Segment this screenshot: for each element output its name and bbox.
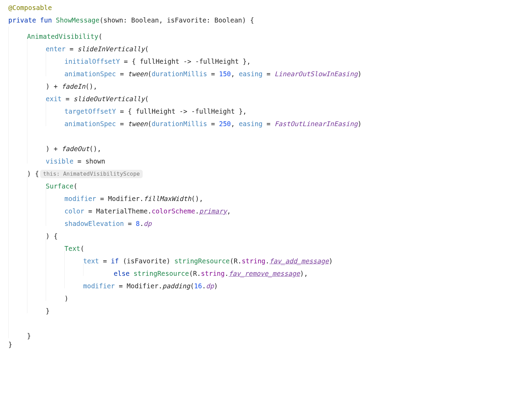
inlay-hint[interactable]: this: AnimatedVisibilityScope <box>40 170 142 178</box>
code-line: @Composable <box>0 1 502 14</box>
code-line: AnimatedVisibility( <box>0 26 502 39</box>
code-line: } <box>0 338 502 351</box>
code-editor[interactable]: @Composable private fun ShowMessage(show… <box>0 1 502 351</box>
code-line: ) + fadeOut(), <box>0 139 502 151</box>
annotation: @Composable <box>8 4 52 11</box>
code-line: } <box>0 326 502 338</box>
code-line: private fun ShowMessage(shown: Boolean, … <box>0 14 502 26</box>
